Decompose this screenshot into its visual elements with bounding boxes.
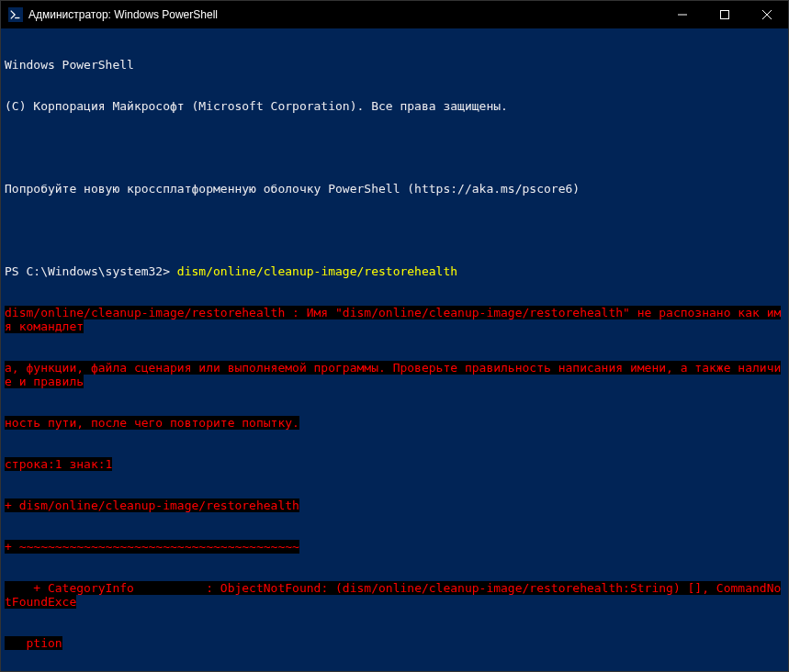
maximize-icon: [720, 10, 729, 19]
error-line: ность пути, после чего повторите попытку…: [5, 416, 784, 430]
maximize-button[interactable]: [704, 1, 746, 28]
prompt-prefix: PS C:\Windows\system32>: [5, 264, 177, 278]
minimize-button[interactable]: [661, 1, 704, 28]
error-line: + CategoryInfo : ObjectNotFound: (dism/o…: [5, 581, 784, 609]
powershell-icon: [8, 7, 23, 22]
minimize-icon: [678, 10, 687, 19]
prompt-line: PS C:\Windows\system32> dism/online/clea…: [5, 264, 784, 278]
window-title: Администратор: Windows PowerShell: [28, 8, 661, 21]
output-line: Попробуйте новую кроссплатформенную обол…: [5, 182, 784, 196]
error-line: + dism/online/cleanup-image/restorehealt…: [5, 498, 784, 512]
blank-line: [5, 140, 784, 154]
output-line: (C) Корпорация Майкрософт (Microsoft Cor…: [5, 99, 784, 113]
window-controls: [661, 1, 788, 28]
error-line: dism/online/cleanup-image/restorehealth …: [5, 306, 784, 333]
error-line: а, функции, файла сценария или выполняем…: [5, 361, 784, 388]
powershell-window: Администратор: Windows PowerShell Window…: [0, 0, 789, 672]
output-line: Windows PowerShell: [5, 58, 784, 72]
svg-rect-3: [721, 11, 729, 19]
blank-line: [5, 223, 784, 237]
terminal-area[interactable]: Windows PowerShell (C) Корпорация Майкро…: [1, 28, 788, 671]
error-line: строка:1 знак:1: [5, 457, 784, 471]
command-text: dism/online/cleanup-image/restorehealth: [177, 264, 457, 278]
titlebar[interactable]: Администратор: Windows PowerShell: [1, 1, 788, 28]
close-button[interactable]: [746, 1, 788, 28]
error-line: + ~~~~~~~~~~~~~~~~~~~~~~~~~~~~~~~~~~~~~~…: [5, 540, 784, 554]
error-line: ption: [5, 636, 784, 650]
close-icon: [762, 10, 772, 19]
